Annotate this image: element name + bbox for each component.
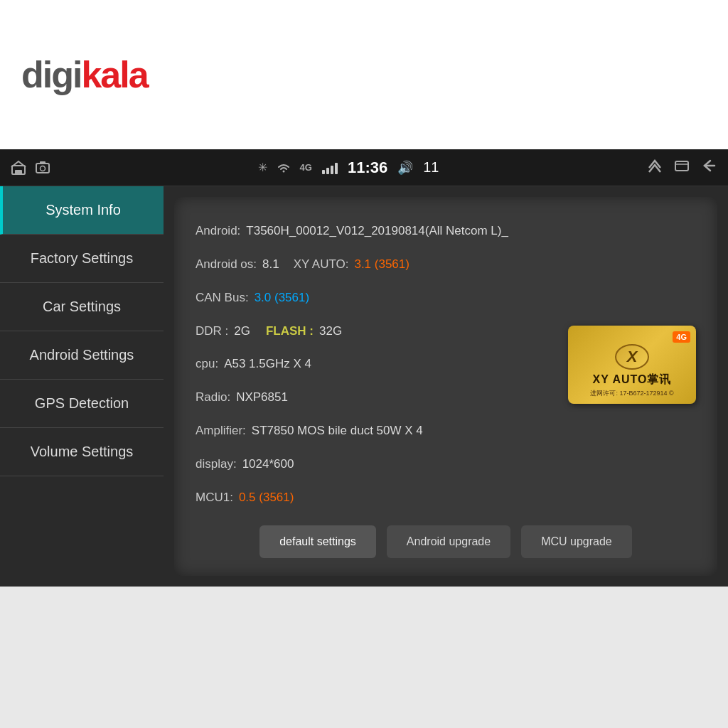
badge-4g-label: 4G: [673, 331, 690, 343]
sidebar-item-android-settings[interactable]: Android Settings: [0, 331, 164, 380]
default-settings-button[interactable]: default settings: [259, 525, 376, 558]
recent-apps-icon[interactable]: [673, 158, 690, 178]
svg-rect-5: [675, 161, 688, 171]
xy-auto-label: XY AUTO:: [294, 255, 349, 275]
content-panel: Android: T3560H_00012_V012_20190814(All …: [164, 186, 728, 587]
digikala-logo: digikala: [21, 53, 148, 96]
bluetooth-icon: ✳: [258, 161, 267, 174]
status-bar-center: ✳ 4G 11:36: [258, 159, 439, 177]
badge-chinese-text: 进网许可: 17-B672-172914 ©: [590, 389, 673, 398]
sidebar: System Info Factory Settings Car Setting…: [0, 186, 164, 587]
head-unit-screen: ✳ 4G 11:36: [0, 149, 728, 587]
sidebar-item-car-settings[interactable]: Car Settings: [0, 283, 164, 331]
logo-area: digikala: [0, 0, 728, 149]
svg-point-4: [41, 166, 46, 171]
badge-top: 4G: [574, 331, 690, 343]
xy-auto-value: 3.1 (3561): [354, 255, 410, 275]
logo-kala: kala: [81, 53, 147, 96]
radio-label: Radio:: [196, 387, 230, 408]
main-content: System Info Factory Settings Car Setting…: [0, 186, 728, 587]
volume-icon: 🔊: [397, 160, 413, 176]
android-upgrade-button[interactable]: Android upgrade: [387, 525, 510, 558]
badge-x-letter: X: [627, 348, 638, 366]
camera-icon[interactable]: [35, 160, 50, 176]
system-info-card: Android: T3560H_00012_V012_20190814(All …: [174, 197, 717, 576]
info-row-android-os: Android os: 8.1 XY AUTO: 3.1 (3561): [196, 255, 696, 275]
amplifier-label: Amplifier:: [196, 421, 246, 441]
info-row-display: display: 1024*600: [196, 454, 696, 475]
mcu-upgrade-button[interactable]: MCU upgrade: [521, 525, 632, 558]
status-bar: ✳ 4G 11:36: [0, 149, 728, 186]
android-label: Android:: [196, 221, 240, 242]
display-label: display:: [196, 454, 237, 475]
status-bar-right: [646, 158, 717, 178]
radio-value: NXP6851: [236, 387, 288, 408]
ddr-label: DDR :: [196, 321, 228, 342]
signal-icon: [322, 161, 338, 174]
info-row-amplifier: Amplifier: ST7850 MOS bile duct 50W X 4: [196, 421, 696, 441]
can-bus-value: 3.0 (3561): [255, 288, 310, 309]
status-time: 11:36: [348, 159, 387, 177]
home-icon[interactable]: [11, 160, 26, 176]
svg-rect-1: [15, 170, 22, 174]
status-bar-left: [11, 160, 50, 176]
info-row-android: Android: T3560H_00012_V012_20190814(All …: [196, 221, 696, 242]
logo-digi: digi: [21, 53, 81, 96]
sidebar-item-gps-detection[interactable]: GPS Detection: [0, 380, 164, 428]
bottom-area: [0, 587, 728, 728]
info-row-can-bus: CAN Bus: 3.0 (3561): [196, 288, 696, 309]
volume-number: 11: [423, 159, 439, 176]
back-icon[interactable]: [700, 158, 717, 178]
display-value: 1024*600: [242, 454, 294, 475]
android-os-label: Android os:: [196, 255, 257, 275]
svg-rect-3: [40, 161, 46, 164]
can-bus-label: CAN Bus:: [196, 288, 249, 309]
system-info-rows: Android: T3560H_00012_V012_20190814(All …: [196, 215, 696, 515]
sidebar-item-factory-settings[interactable]: Factory Settings: [0, 235, 164, 283]
badge-brand-text: XY AUTO掌讯: [593, 373, 672, 387]
flash-label: FLASH :: [266, 321, 314, 342]
wifi-icon: [277, 162, 290, 173]
info-row-mcu1: MCU1: 0.5 (3561): [196, 488, 696, 508]
cpu-value: A53 1.5GHz X 4: [224, 354, 311, 375]
sidebar-item-volume-settings[interactable]: Volume Settings: [0, 428, 164, 476]
sidebar-item-system-info[interactable]: System Info: [0, 186, 164, 235]
badge-logo-circle: X: [615, 344, 649, 370]
xy-auto-badge: 4G X XY AUTO掌讯 进网许可: 17-B672-172914 ©: [568, 326, 696, 404]
amplifier-value: ST7850 MOS bile duct 50W X 4: [252, 421, 423, 441]
android-os-value: 8.1: [262, 255, 279, 275]
mcu1-label: MCU1:: [196, 488, 233, 508]
cpu-label: cpu:: [196, 354, 218, 375]
ddr-value: 2G: [234, 321, 250, 342]
mcu1-value: 0.5 (3561): [239, 488, 294, 508]
up-arrows-icon[interactable]: [646, 158, 663, 178]
lte-icon: 4G: [300, 162, 312, 173]
flash-value: 32G: [319, 321, 342, 342]
android-value: T3560H_00012_V012_20190814(All Netcom L)…: [246, 221, 508, 242]
button-row: default settings Android upgrade MCU upg…: [196, 525, 696, 558]
